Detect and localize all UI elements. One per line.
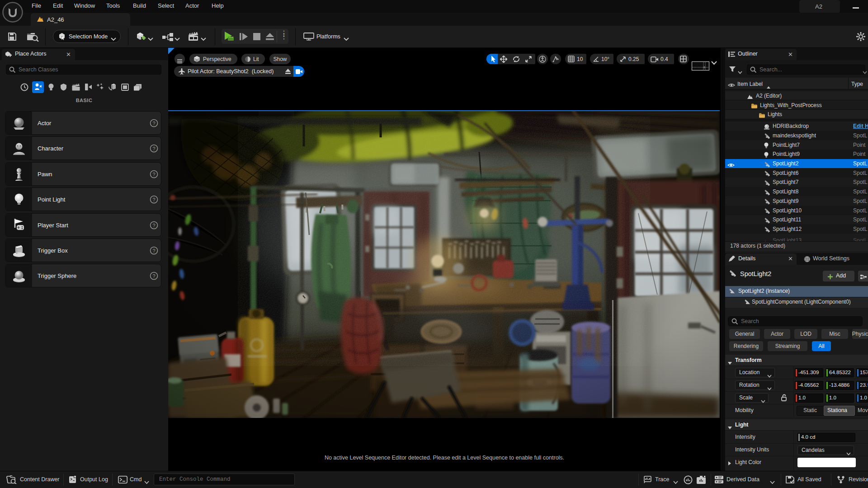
svg-text:?: ? <box>152 146 155 151</box>
svg-text:?: ? <box>152 248 155 253</box>
svg-text:?: ? <box>152 172 155 177</box>
svg-text:?: ? <box>152 223 155 228</box>
svg-text:?: ? <box>152 197 155 202</box>
svg-text:?: ? <box>152 273 155 279</box>
svg-text:?: ? <box>152 121 155 126</box>
